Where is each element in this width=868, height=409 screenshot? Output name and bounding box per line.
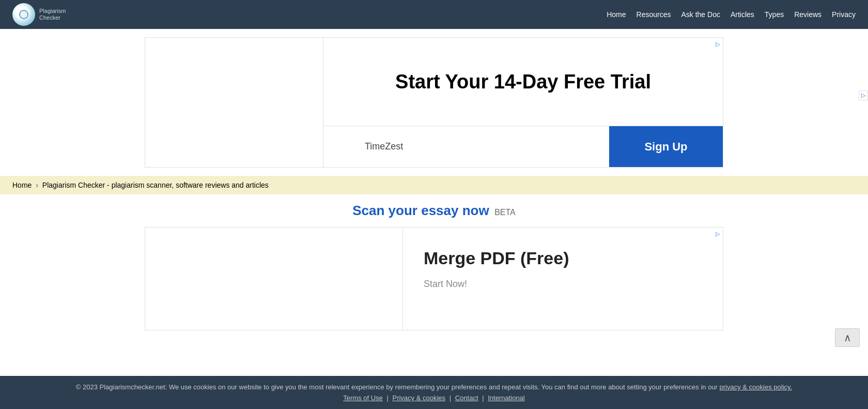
footer-privacy-link[interactable]: privacy & cookies policy. xyxy=(720,383,793,391)
nav-privacy[interactable]: Privacy xyxy=(832,10,856,19)
ad-banner-1-inner: ▷ Start Your 14-Day Free Trial TimeZest … xyxy=(145,37,723,168)
main-content: Scan your essay now BETA ▷ Merge PDF (Fr… xyxy=(145,194,723,339)
footer-international[interactable]: International xyxy=(488,394,525,402)
logo-link[interactable]: Plagiarism Checker xyxy=(12,3,66,26)
ad-right-panel: Start Your 14-Day Free Trial TimeZest Si… xyxy=(323,38,723,167)
ad-banner-2: ▷ Merge PDF (Free) Start Now! xyxy=(145,227,723,330)
beta-badge: BETA xyxy=(494,208,516,217)
ad2-title: Merge PDF (Free) xyxy=(424,248,702,268)
nav-articles[interactable]: Articles xyxy=(731,10,754,19)
ad-bottom-bar: TimeZest Sign Up xyxy=(323,126,723,167)
ad-banner-1: ▷ Start Your 14-Day Free Trial TimeZest … xyxy=(145,37,723,168)
scan-text: Scan your essay now xyxy=(352,203,489,218)
footer-terms[interactable]: Terms of Use xyxy=(343,394,383,402)
ad-flag-1: ▷ xyxy=(716,41,720,48)
logo-text: Plagiarism Checker xyxy=(39,8,66,21)
footer-contact[interactable]: Contact xyxy=(455,394,478,402)
nav-reviews[interactable]: Reviews xyxy=(794,10,822,19)
logo-icon xyxy=(12,3,35,26)
ad-headline: Start Your 14-Day Free Trial xyxy=(395,71,651,93)
nav-ask-the-doc[interactable]: Ask the Doc xyxy=(681,10,720,19)
ad2-subtitle: Start Now! xyxy=(424,279,702,290)
breadcrumb-home[interactable]: Home xyxy=(12,181,32,189)
site-header: Plagiarism Checker Home Resources Ask th… xyxy=(0,0,868,29)
breadcrumb-current[interactable]: Plagiarism Checker - plagiarism scanner,… xyxy=(42,181,269,189)
ad-banner-content: Start Your 14-Day Free Trial TimeZest Si… xyxy=(145,38,723,167)
nav-home[interactable]: Home xyxy=(607,10,626,19)
ad2-right-panel: Merge PDF (Free) Start Now! xyxy=(402,228,723,330)
ad-left-panel xyxy=(145,38,323,167)
ad-timezest-label: TimeZest xyxy=(323,126,609,167)
ad2-flag: ▷ xyxy=(716,231,720,237)
breadcrumb: Home › Plagiarism Checker - plagiarism s… xyxy=(0,176,868,194)
site-footer: © 2023 Plagiarismchecker.net: We use coo… xyxy=(0,376,868,409)
main-nav: Home Resources Ask the Doc Articles Type… xyxy=(607,10,856,19)
breadcrumb-separator: › xyxy=(36,181,38,189)
scroll-up-button[interactable]: ∧ xyxy=(835,328,860,347)
ad2-left-panel xyxy=(145,228,402,330)
scan-heading: Scan your essay now BETA xyxy=(145,203,723,219)
ad-headline-area: Start Your 14-Day Free Trial xyxy=(395,38,651,126)
nav-resources[interactable]: Resources xyxy=(637,10,671,19)
footer-links: Terms of Use | Privacy & cookies | Conta… xyxy=(12,394,856,402)
side-ad-arrow: ▷ xyxy=(859,90,868,100)
nav-types[interactable]: Types xyxy=(765,10,784,19)
footer-copyright: © 2023 Plagiarismchecker.net: We use coo… xyxy=(12,383,856,391)
footer-privacy-cookies[interactable]: Privacy & cookies xyxy=(392,394,445,402)
ad-signup-button[interactable]: Sign Up xyxy=(609,126,723,167)
